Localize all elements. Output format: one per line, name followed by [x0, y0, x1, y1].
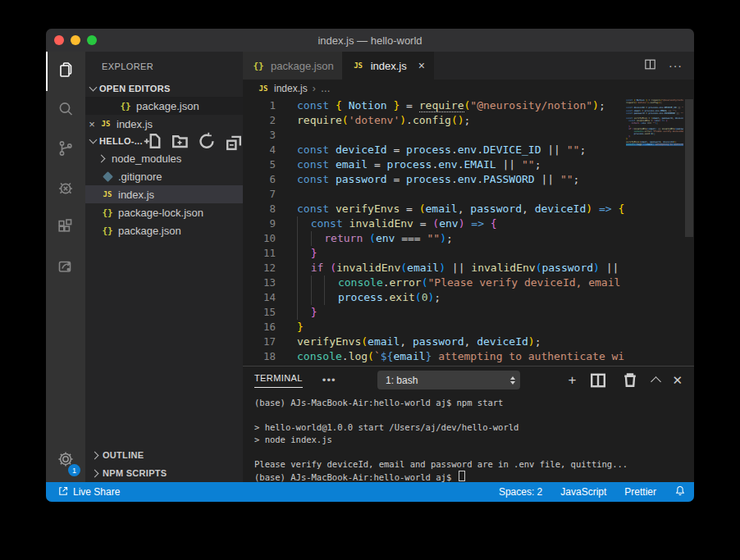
scrollbar-thumb[interactable] [685, 99, 693, 237]
editor-scrollbar[interactable] [684, 98, 694, 366]
maximize-panel-icon[interactable] [652, 375, 660, 385]
breadcrumb[interactable]: JS index.js › … [243, 80, 694, 98]
line-number: 9 [243, 216, 276, 231]
line-number: 4 [243, 143, 276, 157]
terminal-line: > node index.js [254, 434, 694, 446]
code-line-text: const email = process.env.EMAIL || ""; [276, 157, 541, 172]
code-lines: 1const { Notion } = require("@neurosity/… [243, 98, 625, 366]
tree-item--gitignore[interactable]: .gitignore [85, 167, 243, 185]
activity-extensions[interactable] [46, 209, 85, 248]
tab-index-js[interactable]: JSindex.js× [343, 52, 434, 80]
code-line[interactable]: 3 [243, 128, 625, 143]
zoom-window-button[interactable] [87, 35, 97, 45]
code-line[interactable]: 5const email = process.env.EMAIL || ""; [243, 157, 625, 172]
code-line[interactable]: 17verifyEnvs(email, password, deviceId); [243, 335, 625, 349]
vscode-window: index.js — hello-world 1 EXPLORER O [46, 29, 694, 502]
line-number: 2 [243, 113, 276, 128]
terminal-panel: TERMINAL ••• 1: bash +✕ (base) AJs-MacBo… [243, 366, 694, 482]
code-line-text: verifyEnvs(email, password, deviceId); [276, 335, 541, 349]
folder-section-header[interactable]: HELLO-... [85, 133, 243, 149]
open-editor-label: package.json [136, 100, 199, 112]
status-bar: Live Share Spaces: 2JavaScriptPrettier [46, 482, 694, 502]
activity-bar: 1 [46, 52, 85, 482]
code-line[interactable]: 7 [243, 187, 625, 202]
close-panel-icon[interactable]: ✕ [672, 374, 683, 386]
code-line[interactable]: 12if (invalidEnv(email) || invalidEnv(pa… [243, 261, 625, 275]
tree-item-package-json[interactable]: {}package.json [85, 221, 243, 239]
activity-source-control[interactable] [46, 130, 85, 170]
code-line[interactable]: 15} [243, 305, 625, 320]
code-line[interactable]: 8const verifyEnvs = (email, password, de… [243, 202, 625, 216]
terminal-line [254, 409, 694, 421]
tree-item-index-js[interactable]: JSindex.js [85, 185, 243, 203]
terminal-output[interactable]: (base) AJs-MacBook-Air:hello-world aj$ n… [243, 394, 694, 483]
tree-item-node-modules[interactable]: node_modules [85, 149, 243, 167]
json-file-icon: {} [118, 101, 133, 112]
code-line[interactable]: 9const invalidEnv = (env) => { [243, 216, 625, 231]
collapse-all-icon[interactable] [224, 131, 243, 151]
live-share-icon [57, 485, 69, 499]
status-item-prettier[interactable]: Prettier [624, 486, 656, 498]
code-line[interactable]: 10return (env === ""); [243, 231, 625, 246]
code-line[interactable]: 6const password = process.env.PASSWORD |… [243, 172, 625, 187]
tree-item-package-lock-json[interactable]: {}package-lock.json [85, 203, 243, 221]
code-line[interactable]: 1const { Notion } = require("@neurosity/… [243, 98, 625, 113]
more-actions-icon[interactable]: ··· [669, 59, 683, 72]
code-line[interactable]: 4const deviceId = process.env.DEVICE_ID … [243, 143, 625, 157]
breadcrumb-file[interactable]: index.js [274, 83, 308, 94]
breadcrumb-more[interactable]: … [321, 83, 331, 94]
activity-run-debug[interactable] [46, 170, 85, 209]
tree-item-label: .gitignore [118, 171, 162, 183]
kill-terminal-icon[interactable] [620, 371, 640, 390]
close-window-button[interactable] [54, 35, 64, 45]
activity-live-share[interactable] [46, 248, 85, 288]
code-line-text: const deviceId = process.env.DEVICE_ID |… [276, 143, 586, 157]
tab-package-json[interactable]: {}package.json [243, 52, 343, 80]
activity-search[interactable] [46, 91, 85, 130]
minimize-window-button[interactable] [71, 35, 80, 45]
code-line[interactable]: 13console.error("Please verify deviceId,… [243, 275, 625, 290]
json-file-icon: {} [251, 61, 266, 71]
tab-label: package.json [271, 60, 334, 72]
open-editor-item[interactable]: ×JSindex.js [85, 115, 243, 133]
section-npm-scripts[interactable]: NPM SCRIPTS [85, 464, 243, 482]
terminal-selector[interactable]: 1: bash [377, 371, 520, 389]
split-terminal-icon[interactable] [588, 371, 608, 390]
status-right-items: Spaces: 2JavaScriptPrettier [499, 486, 656, 498]
activity-explorer[interactable] [46, 52, 85, 91]
code-line[interactable]: 11} [243, 246, 625, 261]
status-item-javascript[interactable]: JavaScript [560, 486, 606, 498]
open-editor-item[interactable]: {}package.json [85, 97, 243, 115]
tab-close-icon[interactable]: × [418, 59, 425, 72]
new-file-icon[interactable] [143, 131, 162, 151]
line-number: 3 [243, 128, 276, 143]
line-number: 5 [243, 157, 276, 172]
minimap[interactable]: const { Notion } = require("@neurosity/n… [626, 99, 683, 148]
tab-terminal[interactable]: TERMINAL [254, 373, 303, 388]
live-share-button[interactable]: Live Share [54, 485, 123, 499]
new-terminal-icon[interactable]: + [568, 373, 576, 387]
refresh-icon[interactable] [197, 131, 217, 151]
new-folder-icon[interactable] [170, 131, 190, 151]
code-line-text: const { Notion } = require("@neurosity/n… [276, 98, 605, 113]
section-outline[interactable]: OUTLINE [85, 446, 243, 464]
code-line-text: const password = process.env.PASSWORD ||… [276, 172, 579, 187]
panel-more-icon[interactable]: ••• [322, 374, 336, 386]
code-line[interactable]: 16} [243, 320, 625, 335]
terminal-line: (base) AJs-MacBook-Air:hello-world aj$ [254, 471, 694, 483]
search-icon [56, 99, 75, 122]
tree-item-label: package-lock.json [118, 207, 203, 219]
code-line[interactable]: 18console.log(`${email} attempting to au… [243, 349, 625, 364]
chevron-right-icon [94, 156, 108, 162]
open-editors-header[interactable]: OPEN EDITORS [85, 80, 243, 97]
bell-icon[interactable] [674, 485, 686, 499]
terminal-line: Please verify deviceId, email and passwo… [254, 458, 694, 471]
code-line[interactable]: 19 [243, 364, 625, 366]
close-icon[interactable]: × [85, 118, 98, 130]
code-line[interactable]: 14process.exit(0); [243, 290, 625, 305]
settings-button[interactable]: 1 [46, 439, 85, 482]
split-editor-icon[interactable] [643, 57, 657, 75]
status-item-spaces-2[interactable]: Spaces: 2 [499, 486, 542, 498]
code-line[interactable]: 2require('dotenv').config(); [243, 113, 625, 128]
code-editor[interactable]: 1const { Notion } = require("@neurosity/… [243, 98, 694, 366]
